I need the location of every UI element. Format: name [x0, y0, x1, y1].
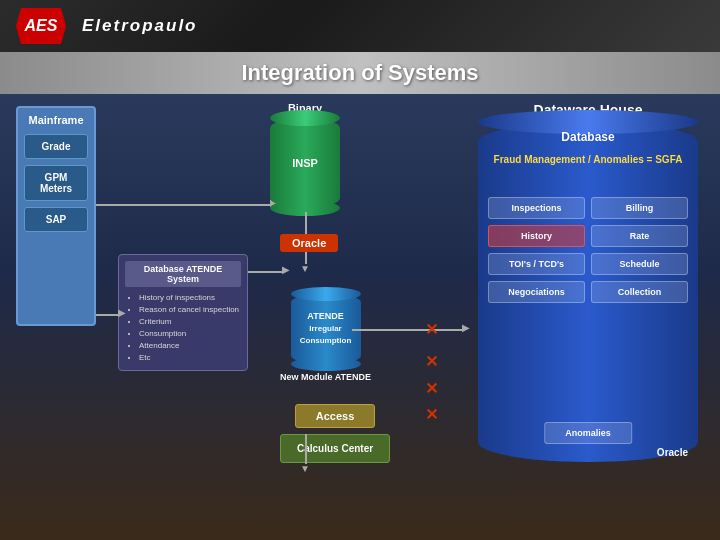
db-atende-item-2: Criterium: [139, 316, 241, 328]
company-name-block: Eletropaulo: [82, 16, 198, 36]
db-grid: Inspections Billing History Rate TOI's /…: [488, 197, 688, 303]
calculus-box: Calculus Center: [280, 434, 390, 463]
access-section: Access Calculus Center: [280, 404, 390, 463]
arrow-binary-to-oracle: [248, 271, 282, 273]
atende-cylinder-section: ATENDE Irregular Consumption New Module …: [280, 294, 371, 382]
x-cross-3: ✕: [425, 379, 438, 398]
aes-logo-icon: AES: [16, 8, 66, 44]
db-cell-schedule: Schedule: [591, 253, 688, 275]
db-atende-item-4: Attendance: [139, 340, 241, 352]
database-cylinder: Database Fraud Management / Anomalies = …: [478, 122, 698, 462]
insp-label: INSP: [292, 157, 318, 169]
atende-cylinder: ATENDE Irregular Consumption: [291, 294, 361, 364]
db-atende-title: Database ATENDE System: [125, 261, 241, 287]
mainframe-box: Mainframe Grade GPM Meters SAP: [16, 106, 96, 326]
company-name: Eletropaulo: [82, 16, 198, 35]
title-bar: Integration of Systems: [0, 52, 720, 94]
database-label: Database: [478, 130, 698, 144]
fraud-label: Fraud Management / Anomalies = SGFA: [478, 154, 698, 165]
new-module-label: New Module ATENDE: [280, 372, 371, 382]
binary-cylinder: INSP: [270, 118, 340, 208]
db-atende-items: History of inspections Reason of cancel …: [125, 292, 241, 364]
arrow-down-icon: ▼: [300, 463, 310, 474]
logo-area: AES Eletropaulo: [16, 8, 198, 44]
db-cell-inspections: Inspections: [488, 197, 585, 219]
atende-text: ATENDE Irregular Consumption: [300, 311, 352, 346]
arrow-mainframe-right: [96, 204, 270, 206]
mainframe-items: Grade GPM Meters SAP: [18, 134, 94, 232]
arrow-atende-to-dw: [352, 329, 462, 331]
header: AES Eletropaulo: [0, 0, 720, 52]
db-cell-negociations: Negociations: [488, 281, 585, 303]
aes-text: AES: [25, 17, 58, 35]
db-cell-rate: Rate: [591, 225, 688, 247]
access-box: Access: [295, 404, 376, 428]
mainframe-item-gpm: GPM Meters: [24, 165, 88, 201]
oracle-box: Oracle: [280, 234, 338, 252]
oracle-label: Oracle: [280, 234, 338, 252]
db-atende-item-3: Consumption: [139, 328, 241, 340]
anomalies-box: Anomalies: [544, 422, 632, 444]
x-cross-4: ✕: [425, 405, 438, 424]
main-content: Mainframe Grade GPM Meters SAP Binary IN…: [0, 94, 720, 540]
mainframe-item-grade: Grade: [24, 134, 88, 159]
page-title: Integration of Systems: [241, 60, 478, 86]
db-cell-collection: Collection: [591, 281, 688, 303]
mainframe-label: Mainframe: [28, 114, 83, 126]
db-atende-item-0: History of inspections: [139, 292, 241, 304]
db-atende-item-1: Reason of cancel inspection: [139, 304, 241, 316]
db-cell-tois: TOI's / TCD's: [488, 253, 585, 275]
arrow-to-db-atende: [96, 314, 118, 316]
dataware-section: Dataware House Database Fraud Management…: [468, 102, 708, 462]
oracle-bottom-label: Oracle: [657, 447, 688, 458]
x-cross-1: ✕: [425, 320, 438, 339]
db-cell-history: History: [488, 225, 585, 247]
x-cross-2: ✕: [425, 352, 438, 371]
binary-section: Binary INSP: [270, 102, 340, 208]
db-cell-billing: Billing: [591, 197, 688, 219]
db-atende-box: Database ATENDE System History of inspec…: [118, 254, 248, 371]
db-atende-item-5: Etc: [139, 352, 241, 364]
arrow-vertical-access: [305, 434, 307, 464]
mainframe-item-sap: SAP: [24, 207, 88, 232]
